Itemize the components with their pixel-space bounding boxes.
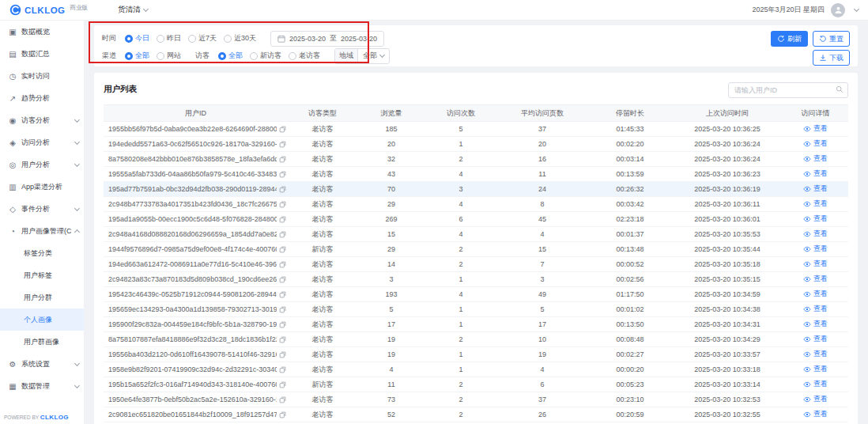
- view-detail-link[interactable]: 查看: [803, 304, 828, 314]
- filter-panel: 时间 今日 昨日 近7天 近30天: [94, 25, 858, 66]
- avg-pages-per-visit: 26: [496, 407, 588, 422]
- radio-visitor-new[interactable]: 新访客: [250, 51, 281, 61]
- visitor-type: 老访客: [288, 182, 357, 197]
- download-button[interactable]: 下载: [813, 50, 850, 66]
- logo[interactable]: CLKLOG 商业版: [9, 4, 88, 16]
- region-select[interactable]: 地域 全部: [334, 48, 390, 64]
- copy-icon[interactable]: [279, 276, 286, 283]
- sidebar-item-visitor-analysis[interactable]: ◉ 访客分析: [0, 109, 84, 131]
- copy-icon[interactable]: [279, 366, 286, 373]
- view-detail-link[interactable]: 查看: [803, 199, 828, 209]
- view-detail-link[interactable]: 查看: [803, 168, 828, 179]
- view-detail-link[interactable]: 查看: [803, 409, 828, 419]
- table-row: 8a758107887efa8418886e9f32d3c28_18dc1836…: [104, 332, 848, 347]
- user-id: 195423c46439c-0525b71912c0944-59081206-2…: [108, 290, 277, 298]
- search-box: [728, 81, 848, 98]
- date-range-picker[interactable]: 2025-03-20 至 2025-03-20: [270, 31, 384, 47]
- sidebar-item-data-summary[interactable]: ▤ 数据汇总: [0, 43, 84, 65]
- copy-icon[interactable]: [279, 381, 286, 388]
- view-detail-link[interactable]: 查看: [803, 364, 828, 374]
- table-row: 2c948b47733783a4017351b423fd0436_18c7fc2…: [104, 197, 848, 212]
- copy-icon[interactable]: [279, 156, 286, 163]
- radio-visitor-all[interactable]: 全部: [218, 51, 243, 61]
- sidebar-item-visit-analysis[interactable]: ◈ 访问分析: [0, 131, 84, 153]
- refresh-button[interactable]: 刷新: [771, 31, 808, 47]
- copy-icon[interactable]: [279, 126, 286, 133]
- radio-channel-website[interactable]: 网站: [157, 51, 181, 61]
- copy-icon[interactable]: [279, 291, 286, 298]
- view-detail-link[interactable]: 查看: [803, 153, 828, 164]
- table-row: 1955bb56f97b5d-0aba9c0ea3b22e8-6264690f-…: [104, 122, 848, 137]
- copy-icon[interactable]: [279, 231, 286, 238]
- sidebar-item-user-analysis[interactable]: ◎ 用户分析: [0, 153, 84, 176]
- sidebar-item-system-settings[interactable]: ⚙ 系统设置: [0, 353, 84, 375]
- copy-icon[interactable]: [279, 321, 286, 328]
- sidebar-item-personal-profile[interactable]: 个人画像: [0, 309, 84, 331]
- chevron-down-icon[interactable]: [854, 6, 859, 12]
- view-detail-link[interactable]: 查看: [803, 229, 828, 239]
- radio-dot: [157, 52, 164, 60]
- project-selector[interactable]: 货清清: [118, 5, 148, 15]
- copy-icon[interactable]: [279, 186, 286, 193]
- view-detail-link[interactable]: 查看: [803, 334, 828, 344]
- sidebar-item-label: 系统设置: [21, 359, 50, 369]
- page-views: 43: [357, 167, 425, 182]
- copy-icon[interactable]: [279, 396, 286, 403]
- view-detail-link[interactable]: 查看: [803, 289, 828, 299]
- radio-time-yesterday[interactable]: 昨日: [157, 33, 181, 44]
- radio-time-last30days[interactable]: 近30天: [224, 33, 256, 44]
- copy-icon[interactable]: [279, 411, 286, 418]
- avg-pages-per-visit: 19: [496, 347, 588, 362]
- view-detail-link[interactable]: 查看: [803, 138, 828, 149]
- view-detail-link[interactable]: 查看: [803, 379, 828, 389]
- radio-time-today[interactable]: 今日: [125, 33, 149, 44]
- avatar[interactable]: [831, 3, 845, 17]
- radio-channel-all[interactable]: 全部: [125, 51, 149, 61]
- sidebar-item-user-tags[interactable]: 用户标签: [0, 264, 84, 286]
- copy-icon[interactable]: [279, 351, 286, 358]
- stay-duration: 00:05:23: [588, 377, 672, 392]
- sidebar-item-trend-analysis[interactable]: ↗ 趋势分析: [0, 87, 84, 109]
- copy-icon[interactable]: [279, 141, 286, 148]
- copy-icon[interactable]: [279, 216, 286, 223]
- sidebar-item-realtime-visit[interactable]: ◷ 实时访问: [0, 65, 84, 87]
- sidebar-item-label: 数据管理: [21, 381, 50, 392]
- reset-button[interactable]: 重置: [813, 31, 850, 47]
- copy-icon[interactable]: [279, 336, 286, 343]
- last-visit-time: 2025-03-20 10:36:11: [672, 197, 783, 212]
- sidebar-item-data-management[interactable]: ▦ 数据管理: [0, 375, 84, 397]
- stay-duration: 01:45:33: [588, 122, 672, 137]
- sidebar-item-cdp-management[interactable]: ◔ 用户画像管理(CDP): [0, 220, 84, 242]
- sidebar-item-group-profile[interactable]: 用户群画像: [0, 331, 84, 353]
- sidebar-item-label: 数据概览: [21, 27, 50, 37]
- view-detail-link[interactable]: 查看: [803, 349, 828, 359]
- copy-icon[interactable]: [279, 201, 286, 208]
- last-visit-time: 2025-03-20 10:36:24: [672, 137, 783, 152]
- radio-dot: [224, 35, 232, 43]
- sidebar-item-user-segments[interactable]: 用户分群: [0, 286, 84, 309]
- search-icon[interactable]: [836, 85, 843, 93]
- user-id: 8a7580208e842bbb010e876b3858578e_18fa3ef…: [108, 155, 277, 163]
- copy-icon[interactable]: [279, 246, 286, 253]
- view-detail-link[interactable]: 查看: [803, 259, 828, 269]
- radio-time-last7days[interactable]: 近7天: [188, 33, 217, 44]
- edition-badge: 商业版: [70, 4, 89, 12]
- view-detail-link[interactable]: 查看: [803, 274, 828, 284]
- sidebar-item-data-overview[interactable]: ▣ 数据概览: [0, 21, 84, 43]
- search-input[interactable]: [728, 82, 848, 98]
- view-detail-link[interactable]: 查看: [803, 244, 828, 254]
- view-detail-link[interactable]: 查看: [803, 123, 828, 134]
- copy-icon[interactable]: [279, 171, 286, 178]
- sidebar-item-event-analysis[interactable]: ◇ 事件分析: [0, 198, 84, 220]
- view-detail-link[interactable]: 查看: [803, 184, 828, 194]
- copy-icon[interactable]: [279, 261, 286, 268]
- eye-icon: [803, 380, 811, 388]
- view-detail-link[interactable]: 查看: [803, 214, 828, 224]
- radio-visitor-old[interactable]: 老访客: [289, 51, 320, 61]
- realtime-icon: ◷: [8, 72, 17, 81]
- view-detail-link[interactable]: 查看: [803, 394, 828, 404]
- copy-icon[interactable]: [279, 306, 286, 313]
- sidebar-item-tag-category[interactable]: 标签分类: [0, 242, 84, 264]
- view-detail-link[interactable]: 查看: [803, 319, 828, 329]
- sidebar-item-app-channel-analysis[interactable]: ▥ App渠道分析: [0, 176, 84, 198]
